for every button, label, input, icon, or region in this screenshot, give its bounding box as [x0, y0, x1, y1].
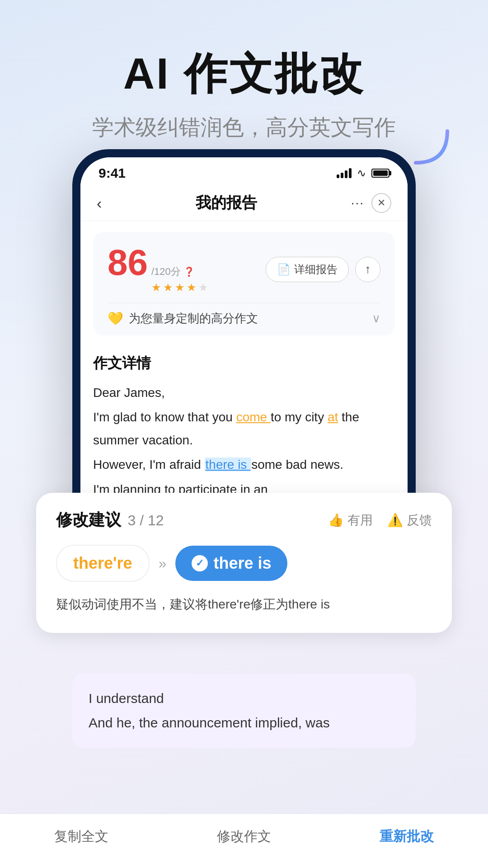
download-icon: ↑: [365, 262, 371, 276]
status-time: 9:41: [99, 165, 126, 181]
score-actions: 📄 详细报告 ↑: [266, 257, 380, 282]
arrow-right-icon: »: [159, 555, 167, 572]
secondary-line-2: And he, the announcement implied, was: [89, 711, 399, 735]
back-button[interactable]: ‹: [97, 194, 102, 212]
nav-bar: ‹ 我的报告 ··· ✕: [80, 185, 408, 221]
score-card: 86 /120分 ❓ ★ ★ ★ ★ ★: [93, 232, 395, 335]
revise-button[interactable]: 修改作文: [163, 827, 325, 846]
phone-mockup: 9:41 ∿ ‹ 我的报告: [72, 149, 416, 535]
score-meta: /120分 ❓ ★ ★ ★ ★ ★: [151, 265, 208, 294]
heart-icon: 💛: [108, 311, 123, 326]
main-title: AI 作文批改: [0, 45, 488, 104]
suggestion-panel: 修改建议 3 / 12 👍 有用 ⚠️ 反馈 there're » ✓ ther…: [36, 493, 452, 633]
report-button[interactable]: 📄 详细报告: [266, 257, 349, 282]
word-comparison: there're » ✓ there is: [56, 545, 432, 582]
close-button[interactable]: ✕: [371, 193, 391, 213]
star-2: ★: [163, 281, 173, 294]
phone-screen: 9:41 ∿ ‹ 我的报告: [80, 157, 408, 527]
error-come[interactable]: come: [236, 410, 271, 424]
star-1: ★: [151, 281, 161, 294]
error-at[interactable]: at: [328, 410, 338, 424]
score-max: /120分 ❓: [151, 265, 208, 278]
status-icons: ∿: [337, 167, 389, 179]
score-tip: 💛 为您量身定制的高分作文 ∨: [108, 303, 380, 326]
more-button[interactable]: ···: [351, 196, 364, 210]
nav-title: 我的报告: [196, 193, 257, 213]
suggestion-count: 3 / 12: [127, 512, 164, 528]
suggestion-header: 修改建议 3 / 12 👍 有用 ⚠️ 反馈: [56, 509, 432, 531]
suggestion-title: 修改建议: [56, 510, 121, 529]
report-icon: 📄: [277, 263, 291, 276]
score-top: 86 /120分 ❓ ★ ★ ★ ★ ★: [108, 245, 380, 294]
suggestion-description: 疑似动词使用不当，建议将there're修正为there is: [56, 594, 432, 615]
secondary-text: I understand And he, the announcement im…: [89, 686, 399, 735]
star-3: ★: [175, 281, 185, 294]
status-bar: 9:41 ∿: [80, 157, 408, 185]
star-4: ★: [187, 281, 197, 294]
score-stars: ★ ★ ★ ★ ★: [151, 281, 208, 294]
thumbs-up-icon: 👍: [328, 513, 344, 528]
check-icon: ✓: [192, 555, 208, 571]
star-5: ★: [198, 281, 208, 294]
feedback-button[interactable]: ⚠️ 反馈: [387, 512, 432, 529]
essay-line-3: However, I'm afraid there is some bad ne…: [93, 453, 395, 476]
question-icon[interactable]: ❓: [183, 267, 195, 277]
warning-icon: ⚠️: [387, 513, 403, 528]
suggestion-title-group: 修改建议 3 / 12: [56, 509, 164, 531]
score-tip-left: 💛 为您量身定制的高分作文: [108, 311, 258, 326]
useful-button[interactable]: 👍 有用: [328, 512, 373, 529]
suggestion-actions: 👍 有用 ⚠️ 反馈: [328, 512, 432, 529]
bottom-bar: 复制全文 修改作文 重新批改: [0, 814, 488, 868]
original-word: there're: [56, 545, 150, 582]
phone-body: 9:41 ∿ ‹ 我的报告: [72, 149, 416, 535]
secondary-content: I understand And he, the announcement im…: [72, 674, 416, 748]
essay-line-1: Dear James,: [93, 382, 395, 404]
nav-actions: ··· ✕: [351, 193, 391, 213]
corrected-word: ✓ there is: [175, 546, 287, 581]
essay-label: 作文详情: [93, 354, 395, 373]
download-button[interactable]: ↑: [355, 257, 380, 282]
copy-button[interactable]: 复制全文: [0, 827, 163, 846]
chevron-down-icon[interactable]: ∨: [372, 311, 380, 326]
essay-line-2: I'm glad to know that you come to my cit…: [93, 406, 395, 452]
score-number: 86: [108, 245, 148, 281]
recheck-button[interactable]: 重新批改: [325, 827, 488, 846]
error-there-is[interactable]: there is: [205, 458, 252, 472]
deco-arc-icon: [411, 127, 452, 167]
wifi-icon: ∿: [357, 167, 366, 179]
signal-icon: [337, 168, 352, 178]
secondary-line-1: I understand: [89, 686, 399, 711]
score-left: 86 /120分 ❓ ★ ★ ★ ★ ★: [108, 245, 208, 294]
battery-icon: [371, 169, 389, 178]
